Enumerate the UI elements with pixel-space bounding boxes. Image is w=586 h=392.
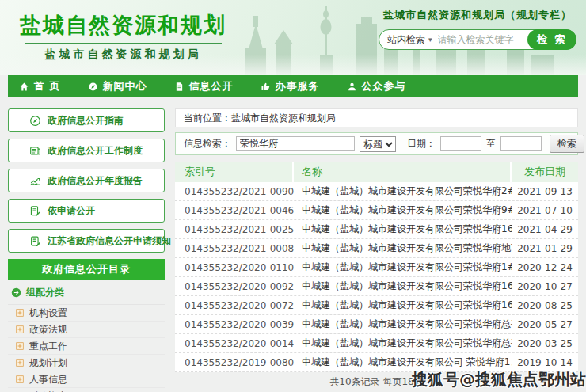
nav-item-4[interactable]: 办事服务	[261, 79, 320, 93]
sidebar-button-label: 江苏省政府信息公开申请须知	[48, 234, 171, 248]
cell-title-link[interactable]: 中城建（盐城）城市建设开发有限公司荣悦华府总平方案调整	[294, 334, 512, 352]
sidebar-button-label: 政府信息公开指南	[48, 114, 124, 127]
nav-item-2[interactable]: 新闻中心	[88, 79, 147, 93]
plus-box-icon	[16, 359, 24, 367]
sidebar-button-5[interactable]: 江苏省政府信息公开申请须知	[8, 229, 165, 253]
nav-item-1[interactable]: 首 页	[19, 79, 61, 93]
category-item-2[interactable]: 政策法规	[8, 322, 165, 338]
nav-item-label: 首 页	[34, 79, 61, 93]
compass-icon	[29, 115, 41, 127]
table-row: 014355232/2021-00258中城建（盐城）城市建设开发有限公司荣悦华…	[175, 220, 578, 239]
cell-index-number: 014355232/2019-00807	[175, 353, 294, 371]
plus-box-icon	[16, 375, 24, 383]
nav-item-label: 办事服务	[276, 79, 320, 93]
search-type-select[interactable]: 标题	[360, 136, 396, 152]
category-label: 重点工作	[29, 340, 67, 353]
category-item-6[interactable]: 财政资金	[8, 388, 165, 392]
date-to-input[interactable]	[500, 136, 542, 151]
table-row: 014355232/2020-00722中城建（盐城）城市建设开发有限公司荣悦华…	[175, 296, 578, 315]
main-panel: 当前位置：盐城市自然资源和规划局 信息检索： 标题 日期： 至 检索 索引号名称…	[175, 108, 578, 392]
plus-box-icon	[16, 309, 24, 317]
cell-index-number: 014355232/2020-00393	[175, 315, 294, 333]
cell-publish-date: 2021-01-29	[512, 239, 578, 257]
date-from-input[interactable]	[440, 136, 481, 151]
cell-title-link[interactable]: 中城建（盐城）城市建设开发有限公司荣悦华府9#、15#、19-20 ...	[294, 201, 512, 219]
directory-title: 政府信息公开目录	[8, 259, 165, 280]
category-item-1[interactable]: 机构设置	[8, 305, 165, 322]
breadcrumb: 当前位置：盐城市自然资源和规划局	[175, 108, 578, 127]
plus-box-icon	[16, 342, 24, 350]
cell-title-link[interactable]: 中城建（盐城）城市建设开发有限公司荣悦华府总平方案调整批后公告	[294, 315, 512, 333]
nav-item-5[interactable]: 公众参与	[347, 79, 406, 93]
table-row: 014355232/2020-00393中城建（盐城）城市建设开发有限公司荣悦华…	[175, 315, 578, 334]
document-icon	[174, 82, 185, 92]
column-header-date: 发布日期	[512, 162, 578, 182]
nav-item-3[interactable]: 信息公开	[174, 79, 234, 93]
site-search-input[interactable]	[438, 34, 525, 45]
table-row: 014355232/2020-01102中城建（盐城）城市建设开发有限公司荣悦华…	[175, 258, 578, 277]
table-row: 014355232/2019-00807中城建（盐城）城市建设开发有限公司 荣悦…	[175, 353, 578, 372]
date-label: 日期：	[407, 137, 436, 150]
portal-column-link[interactable]: 盐城市自然资源和规划局（规划专栏）	[379, 8, 576, 22]
thumbs-up-icon	[261, 82, 271, 92]
sidebar: 政府信息公开指南政府信息公开工作制度政府信息公开年度报告依申请公开江苏省政府信息…	[8, 108, 165, 392]
cell-publish-date: 2020-10-27	[512, 277, 578, 295]
chevron-down-icon: ▾	[428, 36, 432, 44]
cell-publish-date: 2021-07-10	[512, 201, 578, 219]
cell-index-number: 014355232/2021-00469	[175, 201, 294, 219]
nav-item-label: 公众参与	[362, 79, 406, 93]
category-label: 规划计划	[29, 356, 67, 370]
cell-publish-date: 2021-09-13	[512, 182, 578, 200]
cell-publish-date: 2020-12-24	[512, 258, 578, 276]
cell-title-link[interactable]: 中城建（盐城）城市建设开发有限公司荣悦华府2#3#5#配电房、4# ...	[294, 182, 512, 200]
cell-title-link[interactable]: 中城建（盐城）城市建设开发有限公司荣悦华府16、17、23、29、 ...	[294, 220, 512, 238]
site-brand: 盐城自然资源和规划 盐城市自然资源和规划局	[20, 13, 226, 62]
category-group-header[interactable]: 组配分类	[8, 280, 165, 305]
main-nav: 首 页新闻中心信息公开办事服务公众参与	[8, 75, 578, 97]
cell-publish-date: 2020-03-25	[512, 334, 578, 352]
cell-title-link[interactable]: 中城建（盐城）城市建设开发有限公司荣悦华府地下车库二期工程A区-2 ...	[294, 239, 512, 257]
category-item-5[interactable]: 人事信息	[8, 371, 165, 388]
category-group-label: 组配分类	[26, 286, 64, 299]
cell-title-link[interactable]: 中城建（盐城）城市建设开发有限公司荣悦华府16#、17#、23#、 ...	[294, 296, 512, 314]
site-search-button[interactable]: 检 索	[527, 29, 576, 50]
category-label: 政策法规	[29, 323, 67, 337]
search-scope-dropdown[interactable]: 站内检索 ▾	[387, 33, 432, 47]
cell-title-link[interactable]: 中城建（盐城）城市建设开发有限公司荣悦华府16#、17#、23#、 ...	[294, 277, 512, 295]
site-title: 盐城自然资源和规划	[20, 13, 226, 37]
table-header: 索引号名称发布日期	[175, 162, 578, 182]
column-header-name: 名称	[294, 162, 512, 182]
site-subtitle: 盐城市自然资源和规划局	[20, 48, 226, 62]
cell-publish-date: 2020-05-27	[512, 315, 578, 333]
date-to-label: 至	[486, 137, 496, 150]
cell-publish-date: 2020-08-25	[512, 296, 578, 314]
sidebar-button-1[interactable]: 政府信息公开指南	[8, 108, 165, 132]
sidebar-button-4[interactable]: 依申请公开	[8, 199, 165, 223]
nav-item-label: 信息公开	[189, 79, 234, 93]
category-label: 财政资金	[29, 390, 67, 392]
cell-publish-date: 2021-04-29	[512, 220, 578, 238]
category-item-4[interactable]: 规划计划	[8, 355, 165, 371]
newspaper-icon	[29, 145, 41, 157]
category-item-3[interactable]: 重点工作	[8, 338, 165, 355]
cell-index-number: 014355232/2020-01102	[175, 258, 294, 276]
person-icon	[347, 82, 357, 92]
cell-index-number: 014355232/2021-00907	[175, 182, 294, 200]
cell-index-number: 014355232/2021-00258	[175, 220, 294, 238]
table-row: 014355232/2021-00081中城建（盐城）城市建设开发有限公司荣悦华…	[175, 239, 578, 258]
sidebar-button-3[interactable]: 政府信息公开年度报告	[8, 169, 165, 192]
search-scope-label: 站内检索	[387, 33, 425, 47]
cell-title-link[interactable]: 中城建（盐城）城市建设开发有限公司 荣悦华府1、8、9#配电房补发 ...	[294, 353, 512, 371]
keyword-input[interactable]	[236, 136, 355, 151]
clipboard-pen-icon	[29, 235, 41, 247]
table-row: 014355232/2020-00924中城建（盐城）城市建设开发有限公司荣悦华…	[175, 277, 578, 296]
home-icon	[19, 82, 29, 92]
header-banner: 盐城自然资源和规划 盐城市自然资源和规划局 盐城市自然资源和规划局（规划专栏） …	[0, 0, 586, 75]
cell-title-link[interactable]: 中城建（盐城）城市建设开发有限公司荣悦华府1#配电室、8#配电室、 ...	[294, 258, 512, 276]
records-table: 索引号名称发布日期 014355232/2021-00907中城建（盐城）城市建…	[175, 162, 578, 372]
category-label: 机构设置	[29, 306, 67, 320]
filter-bar: 信息检索： 标题 日期： 至 检索	[175, 132, 578, 155]
sidebar-button-2[interactable]: 政府信息公开工作制度	[8, 139, 165, 162]
filter-search-button[interactable]: 检索	[550, 135, 584, 153]
table-row: 014355232/2021-00469中城建（盐城）城市建设开发有限公司荣悦华…	[175, 201, 578, 220]
